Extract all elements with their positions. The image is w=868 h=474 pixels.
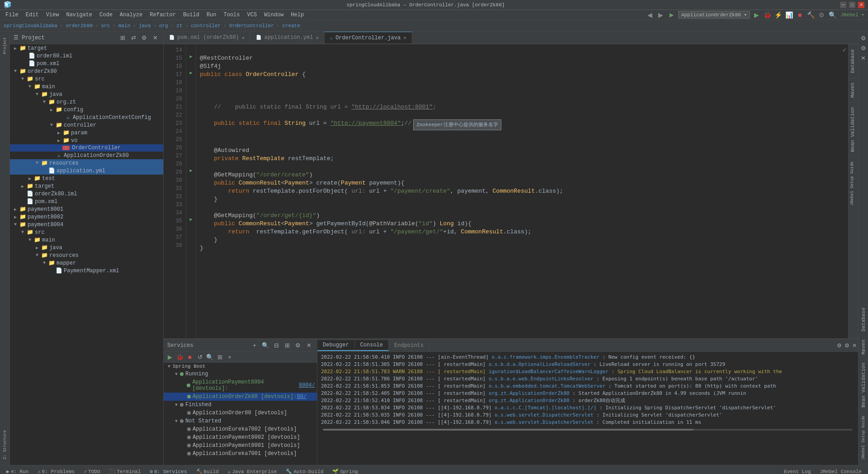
svc-debug-btn[interactable]: 🐞 [175,353,184,362]
bean-validation-panel-btn[interactable]: Bean Validation [849,102,858,156]
tree-item-java8004[interactable]: ▶ 📁 java [10,244,163,251]
tree-item-vo[interactable]: ▶ 📁 vo [10,137,163,144]
tab-console[interactable]: Console [355,340,389,351]
tree-item-appctxconfig[interactable]: ☕ ApplicationContextConfig [10,114,163,121]
nav-zt[interactable]: zt [176,23,182,28]
right-settings-btn[interactable]: ⚙ [859,33,868,43]
svc-apppayment8004[interactable]: ApplicationPayment8004 [devtools]:8004/ [164,378,317,393]
svc-eureka7002[interactable]: ApplicationEureka7002 [devtools] [164,425,317,433]
tab-yml[interactable]: 📄 application.yml ✕ [250,32,325,43]
event-log-btn[interactable]: Event Log [781,468,813,474]
tree-item-resources8004[interactable]: ▼ 📁 resources [10,251,163,259]
tree-item-orderzk80iml[interactable]: 📄 orderZk80.iml [10,190,163,198]
sidebar-layout-btn[interactable]: ⊞ [118,33,127,43]
terminal-panel-btn[interactable]: ⬛ Terminal [107,468,144,474]
sidebar-settings-btn[interactable]: ⚙ [140,33,149,43]
forward-button[interactable]: ▶ [656,10,665,19]
tree-item-main8004[interactable]: ▼ 📁 main [10,236,163,244]
services-layout-btn[interactable]: ⊞ [283,341,292,350]
menu-window[interactable]: Window [260,11,287,19]
tree-item-orderzk80[interactable]: ▼ 📁 orderZk80 [10,67,163,75]
nav-project[interactable]: springCloudAlibaba [4,23,57,28]
run-config-coverage[interactable]: ⚡ [774,10,783,19]
menu-file[interactable]: File [2,11,22,19]
run-config-run[interactable]: ▶ [752,10,761,19]
tree-item-src8004[interactable]: ▼ 📁 src [10,228,163,236]
tree-item-pomxml1[interactable]: 📄 pom.xml [10,60,163,67]
tab-java-close[interactable]: ✕ [403,35,406,41]
tree-item-ordercontroller[interactable]: C OrderController [10,144,163,152]
svc-stop-btn[interactable]: ■ [185,353,194,362]
maximize-button[interactable]: □ [849,2,855,8]
settings-run-button[interactable]: ⚙ [817,10,826,19]
services-collapse-btn[interactable]: ⊟ [272,341,281,350]
menu-help[interactable]: Help [287,11,307,19]
tree-item-target1[interactable]: ▶ 📁 target [10,44,163,52]
console-close-btn[interactable]: ✕ [851,342,858,349]
menu-refactor[interactable]: Refactor [146,11,179,19]
minimize-button[interactable]: ─ [840,2,846,8]
java-enterprise-btn[interactable]: ☕ Java Enterprise [225,468,280,474]
svc-apporderzk80[interactable]: ApplicationOrderZk80 [devtools]:80/ [164,393,317,401]
nav-module[interactable]: orderZk80 [66,23,92,28]
run-config-dropdown[interactable]: ApplicationOrderZk80 ▾ [678,11,750,19]
svc-run-btn[interactable]: ▶ [165,353,175,362]
svc-payment8001[interactable]: ApplicationPayment8001 [devtools] [164,441,317,450]
nav-main[interactable]: main [118,23,130,28]
auto-build-btn[interactable]: 🔧 Auto-build [283,468,326,474]
menu-build[interactable]: Build [179,11,203,19]
tree-item-payment8004[interactable]: ▼ 📁 payment8004 [10,221,163,228]
structure-panel-btn[interactable]: Z: Structure [1,427,9,463]
tree-item-java[interactable]: ▼ 📁 java [10,90,163,98]
services-panel-btn[interactable]: ⚙ 8: Services [147,468,189,474]
rebuild-button[interactable]: 🔨 [806,10,815,19]
run-config-profile[interactable]: 📊 [784,10,793,19]
maven-panel-btn[interactable]: Maven [849,78,858,102]
console-settings-btn[interactable]: ⚙ [843,342,851,349]
tree-item-config[interactable]: ▶ 📁 config [10,106,163,114]
tree-item-param[interactable]: ▶ 📁 param [10,129,163,137]
tree-item-payment8001[interactable]: ▶ 📁 payment8001 [10,205,163,213]
services-settings-btn[interactable]: ⚙ [293,341,302,350]
tree-item-paymentmapper[interactable]: 📄 PaymentMapper.xml [10,267,163,275]
tree-item-test[interactable]: ▶ 📁 test [10,175,163,182]
sidebar-collapse-btn[interactable]: ✕ [151,33,160,43]
maven-tab-btn[interactable]: Maven [859,336,868,358]
search-everywhere-button[interactable]: 🔍 [828,10,837,19]
menu-vcs[interactable]: VCS [244,11,261,19]
run-panel-btn[interactable]: ▶ 4: Run [4,468,31,474]
services-more-btn[interactable]: ✕ [304,341,313,350]
back-button[interactable]: ◀ [646,10,655,19]
tab-ordercontroller[interactable]: ☕ OrderController.java ✕ [325,32,412,43]
sidebar-sync-btn[interactable]: ⇄ [129,33,138,43]
build-panel-btn[interactable]: 🔨 Build [193,468,222,474]
toolbar-run-button[interactable]: ▶ [667,10,676,19]
tab-yml-close[interactable]: ✕ [316,35,319,41]
database-panel-btn[interactable]: Database [849,44,858,78]
nav-ordercontroller[interactable]: OrderController [229,23,274,28]
svc-order-link[interactable]: 80/ [297,393,307,400]
jrebel-console-btn[interactable]: JRebel Console [817,468,864,474]
svc-notstarted-group[interactable]: ▼ Not Started [164,417,317,425]
right-gear-btn[interactable]: ⚙ [859,43,868,52]
nav-org[interactable]: org [159,23,168,28]
nav-src[interactable]: src [101,23,110,28]
svc-payment8002[interactable]: ApplicationPayment8002 [devtools] [164,433,317,441]
code-editor[interactable]: ✓ @RestController @Slf4j public class Or… [196,44,848,338]
menu-navigate[interactable]: Navigate [62,11,96,19]
nav-java[interactable]: java [139,23,151,28]
tree-item-appyml[interactable]: 📄 application.yml [10,167,163,175]
todo-panel-btn[interactable]: ✓ TODO [81,468,103,474]
services-add-btn[interactable]: + [250,341,259,350]
gutter-run-29[interactable]: ▶ [186,166,196,175]
svc-eureka7001[interactable]: ApplicationEureka7001 [devtools] [164,450,317,458]
menu-tools[interactable]: Tools [220,11,244,19]
problems-panel-btn[interactable]: ⚠ 6: Problems [35,468,77,474]
menu-run[interactable]: Run [203,11,220,19]
tree-item-orgzt[interactable]: ▼ 📁 org.zt [10,98,163,106]
spring-btn[interactable]: 🌱 Spring [330,468,361,474]
tree-item-order80iml[interactable]: 📄 order80.iml [10,52,163,60]
tree-item-pomzk80[interactable]: 📄 pom.xml [10,198,163,205]
svc-filter-btn[interactable]: 🔍 [205,353,214,362]
tab-debugger[interactable]: Debugger [317,340,355,351]
